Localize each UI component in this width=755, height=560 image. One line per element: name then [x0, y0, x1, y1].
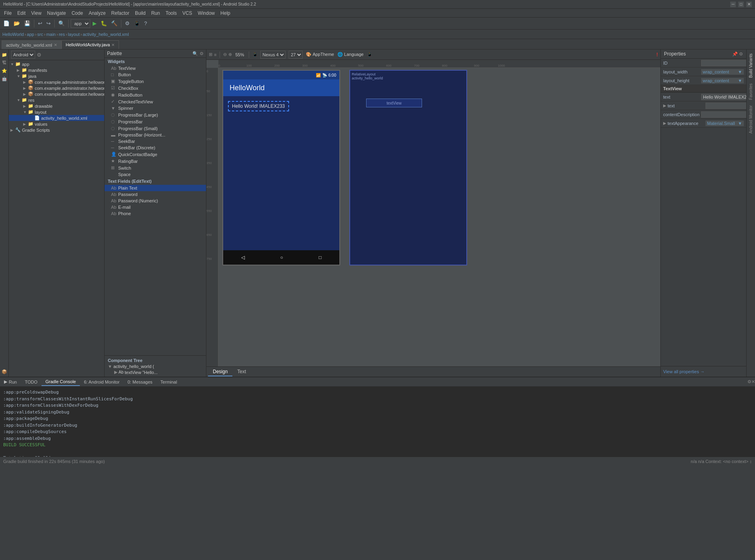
undo-button[interactable]: ↩	[36, 19, 44, 28]
palette-item-progressbar-large[interactable]: ◌ ProgressBar (Large)	[105, 111, 206, 118]
tree-item-pkg2[interactable]: ▶ 📦 com.example.administrator.helloworld…	[9, 85, 104, 91]
comp-tree-textview[interactable]: ▶ Ab textView "Hello...	[105, 369, 206, 375]
palette-item-checkbox[interactable]: ☑ CheckBox	[105, 85, 206, 91]
theme-button[interactable]: 🎨 AppTheme	[306, 52, 334, 57]
palette-item-seekbar-discrete[interactable]: ─ SeekBar (Discrete)	[105, 144, 206, 151]
tree-item-app[interactable]: ▼ 📁 app	[9, 61, 104, 67]
device-selector[interactable]: Nexus 4	[260, 51, 285, 59]
menu-analyze[interactable]: Analyze	[86, 10, 108, 17]
palette-item-progressbar-small[interactable]: ◌ ProgressBar (Small)	[105, 125, 206, 132]
structure-icon[interactable]: 🏗	[1, 59, 8, 66]
back-button[interactable]: ◁	[241, 255, 245, 260]
props-settings-button[interactable]: ⚙	[739, 51, 743, 57]
maximize-button[interactable]: □	[738, 2, 744, 7]
tree-item-drawable[interactable]: ▶ 📁 drawable	[9, 103, 104, 109]
nav-helloworld[interactable]: HelloWorld	[2, 32, 24, 37]
run-button[interactable]: ▶	[91, 19, 98, 28]
console-close-button[interactable]: ✕	[751, 379, 755, 384]
nav-res[interactable]: res	[59, 32, 65, 37]
prop-layout-width-value[interactable]: wrap_content ▼	[701, 69, 744, 75]
debug-button[interactable]: 🐛	[99, 19, 109, 28]
blueprint-widget[interactable]: textView	[366, 99, 422, 107]
favorites-tab[interactable]: Favorites	[748, 81, 754, 102]
menu-view[interactable]: View	[29, 10, 44, 17]
app-dropdown[interactable]: app	[71, 19, 90, 28]
design-zoom-in[interactable]: ⊕	[228, 52, 232, 57]
menu-file[interactable]: File	[2, 10, 14, 17]
new-button[interactable]: 📄	[2, 19, 11, 28]
avd-button[interactable]: 📱	[132, 19, 142, 28]
tab-text[interactable]: Text	[232, 368, 251, 376]
nav-xml[interactable]: activity_hello_world.xml	[83, 32, 129, 37]
tab-xml-close[interactable]: ✕	[54, 43, 57, 47]
palette-item-radiobutton[interactable]: ◉ RadioButton	[105, 91, 206, 98]
menu-run[interactable]: Run	[149, 10, 162, 17]
language-button[interactable]: 🌐 Language	[337, 52, 364, 57]
tree-item-pkg1[interactable]: ▶ 📦 com.example.administrator.helloworld	[9, 79, 104, 85]
redo-button[interactable]: ↪	[45, 19, 52, 28]
home-button[interactable]: ○	[280, 255, 283, 260]
palette-item-password[interactable]: Ab Password	[105, 191, 206, 198]
menu-window[interactable]: Window	[195, 10, 217, 17]
bottom-tab-messages[interactable]: 0: Messages	[123, 378, 156, 386]
menu-vcs[interactable]: VCS	[180, 10, 195, 17]
build-button[interactable]: 🔨	[109, 19, 119, 28]
bottom-tab-android[interactable]: 6: Android Monitor	[80, 378, 123, 386]
palette-item-progressbar-horiz[interactable]: ▬ ProgressBar (Horizont...	[105, 132, 206, 138]
palette-search-button[interactable]: 🔍	[192, 51, 198, 56]
palette-item-progressbar[interactable]: ◌ ProgressBar	[105, 118, 206, 125]
tab-java-close[interactable]: ✕	[111, 43, 115, 47]
palette-item-phone[interactable]: Ab Phone	[105, 210, 206, 217]
tab-design[interactable]: Design	[208, 368, 232, 376]
palette-section-textfields-header[interactable]: Text Fields (EditText)	[105, 178, 206, 185]
project-settings-button[interactable]: ⚙	[37, 52, 42, 58]
layout-orient-button[interactable]: 📱	[367, 52, 373, 57]
error-indicator[interactable]: !	[656, 51, 658, 57]
android-monitor-tab[interactable]: Android Monitor	[748, 103, 754, 136]
menu-build[interactable]: Build	[133, 10, 148, 17]
android-monitor-icon[interactable]: 🤖	[1, 75, 8, 82]
bottom-tab-terminal[interactable]: Terminal	[157, 378, 181, 386]
menu-help[interactable]: Help	[218, 10, 233, 17]
comp-tree-root[interactable]: ▼ activity_hello_world (	[105, 364, 206, 369]
view-all-properties-link[interactable]: View all properties →	[663, 369, 705, 374]
menu-edit[interactable]: Edit	[15, 10, 28, 17]
palette-item-seekbar[interactable]: ─ SeekBar	[105, 138, 206, 144]
tree-item-res[interactable]: ▼ 📁 res	[9, 97, 104, 103]
tree-item-pkg3[interactable]: ▶ 📦 com.example.administrator.helloworld…	[9, 91, 104, 97]
search-button[interactable]: 🔍	[57, 19, 66, 28]
build-variants-tab[interactable]: Build Variants	[748, 51, 754, 80]
palette-item-password-numeric[interactable]: Ab Password (Numeric)	[105, 198, 206, 204]
sdk-button[interactable]: ⚙	[123, 19, 131, 28]
prop-text-appearance-value[interactable]: Material.Small ▼	[705, 121, 744, 126]
design-phone-button[interactable]: 📱	[252, 52, 258, 57]
palette-settings-button[interactable]: ⚙	[200, 51, 204, 56]
recents-button[interactable]: □	[319, 255, 321, 260]
tree-item-gradle[interactable]: ▶ 🔧 Gradle Scripts	[9, 127, 104, 133]
palette-item-ratingbar[interactable]: ★ RatingBar	[105, 158, 206, 164]
palette-item-email[interactable]: Ab E-mail	[105, 204, 206, 210]
tree-item-manifests[interactable]: ▶ 📁 manifests	[9, 67, 104, 73]
tab-xml[interactable]: activity_hello_world.xml ✕	[2, 40, 61, 49]
prop-layout-height-value[interactable]: wrap_content ▼	[701, 78, 744, 83]
save-button[interactable]: 💾	[22, 19, 32, 28]
design-zoom-out[interactable]: ⊖	[223, 52, 227, 57]
console-settings-button[interactable]: ⚙	[747, 379, 751, 384]
nav-layout[interactable]: layout	[68, 32, 79, 37]
props-pin-button[interactable]: 📌	[732, 51, 738, 57]
close-button[interactable]: ✕	[746, 2, 752, 7]
tree-item-values[interactable]: ▶ 📁 values	[9, 121, 104, 127]
textview-element[interactable]: Hello World! IMALEX233	[228, 101, 289, 111]
palette-item-quickcontactbadge[interactable]: 👤 QuickContactBadge	[105, 151, 206, 158]
tree-item-java[interactable]: ▼ 📁 java	[9, 73, 104, 79]
bottom-tab-gradle[interactable]: Gradle Console	[42, 378, 80, 386]
menu-navigate[interactable]: Navigate	[45, 10, 68, 17]
palette-item-button[interactable]: □ Button	[105, 71, 206, 78]
nav-app[interactable]: app	[27, 32, 34, 37]
palette-section-widgets-header[interactable]: Widgets	[105, 58, 206, 65]
bottom-tab-todo[interactable]: TODO	[21, 378, 42, 386]
build-variants-icon[interactable]: 📦	[1, 368, 8, 375]
design-grid-button[interactable]: ⊞	[209, 52, 212, 57]
project-view-dropdown[interactable]: Android	[11, 51, 35, 59]
palette-item-checkedtextview[interactable]: ✓ CheckedTextView	[105, 98, 206, 105]
